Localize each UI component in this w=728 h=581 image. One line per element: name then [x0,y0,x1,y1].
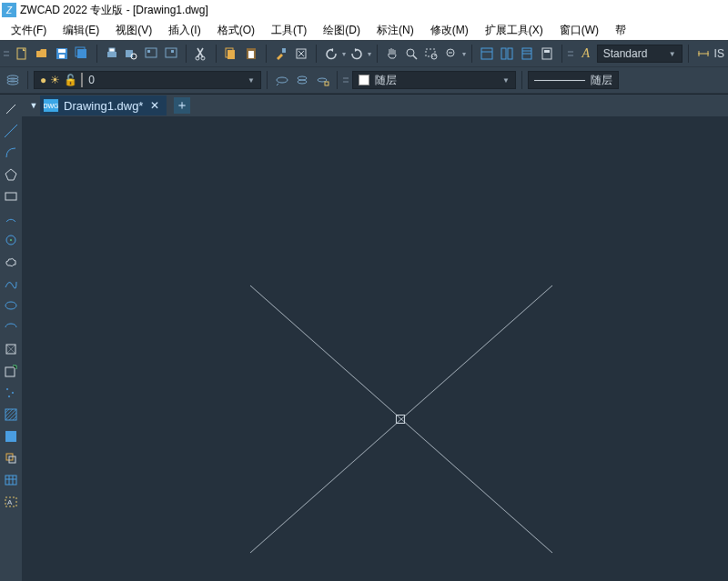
publish-icon[interactable] [162,45,180,63]
make-block-icon[interactable] [2,362,20,380]
layer-prev-icon[interactable] [273,71,291,89]
menu-view[interactable]: 视图(V) [110,21,157,40]
menu-format[interactable]: 格式(O) [212,21,260,40]
svg-rect-10 [146,48,157,57]
svg-point-53 [5,302,16,309]
insert-block-icon[interactable] [2,340,20,358]
point-icon[interactable] [2,384,20,402]
grip-handle[interactable] [4,45,9,63]
arc-icon[interactable] [2,144,20,162]
color-swatch-icon [359,75,369,85]
linetype-value: 随层 [591,73,612,88]
grip-handle[interactable] [568,45,573,63]
hatch-icon[interactable] [2,406,20,424]
print-preview-icon[interactable] [123,45,141,63]
svg-rect-46 [325,82,329,85]
svg-point-56 [6,388,8,390]
layer-iso-icon[interactable] [313,71,331,89]
tabs-chevron-icon[interactable]: ▼ [27,101,40,110]
svg-point-42 [277,77,288,83]
layer-state-icon[interactable] [293,71,311,89]
rectangle-icon[interactable] [2,187,20,205]
textstyle-icon[interactable]: A [577,45,595,63]
tool-palettes-icon[interactable] [518,45,536,63]
copy-icon[interactable] [222,45,240,63]
app-icon: Z [2,3,16,17]
document-tab-active[interactable]: DWG Drawing1.dwg* ✕ [40,95,167,115]
menu-annotate[interactable]: 标注(N) [371,21,420,40]
menu-edit[interactable]: 编辑(E) [57,21,105,40]
new-tab-button[interactable]: ＋ [174,97,190,114]
svg-rect-34 [542,48,551,59]
table-icon[interactable] [2,471,20,489]
properties-icon[interactable] [478,45,496,63]
tab-close-icon[interactable]: ✕ [148,99,161,112]
menu-help[interactable]: 帮 [610,21,632,40]
polygon-icon[interactable] [2,165,20,184]
paste-icon[interactable] [242,45,260,63]
design-center-icon[interactable] [498,45,516,63]
gradient-icon[interactable] [2,427,20,446]
cut-icon[interactable] [192,45,210,63]
toolbar-area: ▾ ▾ ▾ A Standard ▼ IS ● ☀ 🔓 0 [0,40,728,95]
svg-rect-8 [126,50,133,57]
spline-icon[interactable] [2,275,20,293]
save-icon[interactable] [53,45,71,63]
titlebar: Z ZWCAD 2022 专业版 - [Drawing1.dwg] [0,0,728,20]
svg-rect-6 [107,52,116,57]
mtext-icon[interactable]: A [2,493,20,511]
calculator-icon[interactable] [538,45,556,63]
menu-window[interactable]: 窗口(W) [554,21,604,40]
ellipse-arc-icon[interactable] [2,318,20,336]
menu-modify[interactable]: 修改(M) [425,21,474,40]
menu-draw[interactable]: 绘图(D) [318,21,366,40]
menu-tools[interactable]: 工具(T) [266,21,312,40]
revcloud-icon[interactable] [2,253,20,271]
circle-icon[interactable] [2,231,20,249]
menu-exttools[interactable]: 扩展工具(X) [480,21,549,40]
linetype-select[interactable]: 随层 [528,71,619,89]
layer-name: 0 [88,74,95,86]
svg-rect-35 [544,50,550,53]
undo-icon[interactable] [322,45,340,63]
svg-rect-55 [5,367,15,376]
svg-rect-64 [5,476,16,485]
toolbar-row-1: ▾ ▾ ▾ A Standard ▼ IS [0,41,728,67]
block-editor-icon[interactable] [292,45,310,63]
svg-point-22 [407,49,414,56]
line-icon[interactable] [2,100,20,118]
drawing-canvas[interactable] [22,116,728,581]
draw-toolbar: A [0,95,22,581]
region-icon[interactable] [2,449,20,467]
xline-icon[interactable] [2,122,20,140]
zoom-prev-icon[interactable] [442,45,460,63]
svg-rect-3 [59,55,65,58]
svg-rect-2 [58,49,66,53]
plot-icon[interactable] [142,45,160,63]
open-icon[interactable] [33,45,51,63]
saveall-icon[interactable] [73,45,91,63]
arc3p-icon[interactable] [2,209,20,227]
layer-select[interactable]: ● ☀ 🔓 0 ▼ [34,71,261,89]
color-select[interactable]: 随层 ▼ [352,71,516,89]
pan-icon[interactable] [383,45,401,63]
new-icon[interactable] [13,45,31,63]
dim-style-icon[interactable] [694,45,713,63]
menu-insert[interactable]: 插入(I) [163,21,206,40]
ellipse-icon[interactable] [2,296,20,315]
menubar: 文件(F) 编辑(E) 视图(V) 插入(I) 格式(O) 工具(T) 绘图(D… [0,20,728,40]
bulb-yellow-icon: ● [40,74,46,86]
grip-handle[interactable] [343,71,349,89]
layer-manager-icon[interactable] [4,71,22,89]
zoom-realtime-icon[interactable] [402,45,420,63]
svg-rect-30 [508,48,512,59]
print-icon[interactable] [103,45,121,63]
text-style-select[interactable]: Standard ▼ [597,45,682,63]
redo-icon[interactable] [348,45,366,63]
menu-file[interactable]: 文件(F) [5,21,52,40]
match-prop-icon[interactable] [272,45,290,63]
zoom-window-icon[interactable] [422,45,440,63]
svg-line-48 [5,125,17,137]
svg-rect-7 [109,48,115,52]
dwg-icon: DWG [44,99,58,112]
